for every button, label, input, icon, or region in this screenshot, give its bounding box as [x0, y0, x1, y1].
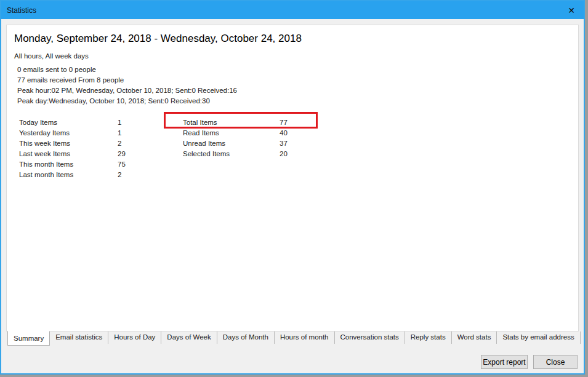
stat-value: 2 [118, 140, 121, 147]
date-range-heading: Monday, September 24, 2018 - Wednesday, … [14, 33, 302, 45]
tab-reply-stats[interactable]: Reply stats [405, 331, 452, 344]
stat-value: 37 [280, 140, 288, 147]
close-icon[interactable]: ✕ [559, 1, 584, 19]
bottom-tab-strip: Summary Email statistics Hours of Day Da… [7, 331, 581, 347]
stat-label: Total Items [183, 119, 217, 126]
peak-day-line: Peak day:Wednesday, October 10, 2018; Se… [17, 96, 237, 106]
screenshot-edge-right [585, 0, 588, 377]
stat-label: This week Items [19, 140, 70, 147]
stat-label: Read Items [183, 129, 219, 137]
tab-days-of-month[interactable]: Days of Month [217, 331, 275, 344]
screenshot-edge-bottom [0, 375, 588, 377]
export-report-button[interactable]: Export report [481, 355, 528, 369]
tab-conversation-stats[interactable]: Conversation stats [335, 331, 405, 344]
tab-stats-by-email-address[interactable]: Stats by email address [497, 331, 580, 344]
close-button[interactable]: Close [533, 355, 578, 369]
stat-value: 40 [280, 129, 288, 137]
stat-value: 20 [280, 150, 288, 157]
stat-value: 1 [118, 119, 121, 126]
sent-summary-line: 0 emails sent to 0 people [17, 65, 237, 75]
window-title: Statistics [1, 6, 36, 15]
tab-hours-of-month[interactable]: Hours of month [275, 331, 335, 344]
received-summary-line: 77 emails received From 8 people [17, 75, 237, 85]
tab-email-statistics[interactable]: Email statistics [50, 331, 108, 344]
stat-label: This month Items [19, 161, 73, 168]
stat-label: Yesterday Items [19, 129, 70, 137]
stat-value: 75 [118, 161, 126, 168]
email-summary-block: 0 emails sent to 0 people 77 emails rece… [17, 65, 237, 106]
stat-label: Selected Items [183, 150, 230, 157]
tab-summary[interactable]: Summary [7, 331, 50, 346]
stat-label: Today Items [19, 119, 57, 126]
summary-tab-page: Monday, September 24, 2018 - Wednesday, … [6, 25, 579, 331]
tab-hours-of-day[interactable]: Hours of Day [108, 331, 161, 344]
footer-button-row: Export report Close [481, 355, 578, 369]
filter-description: All hours, All week days [14, 52, 89, 60]
stat-label: Unread Items [183, 140, 225, 147]
tab-word-stats[interactable]: Word stats [452, 331, 497, 344]
stat-value: 77 [280, 119, 288, 126]
stat-value: 29 [118, 150, 126, 157]
stat-value: 2 [118, 171, 121, 178]
stat-label: Last week Items [19, 150, 70, 157]
statistics-dialog: Statistics ✕ Monday, September 24, 2018 … [0, 0, 585, 375]
stat-label: Last month Items [19, 171, 73, 178]
stat-value: 1 [118, 129, 121, 137]
peak-hour-line: Peak hour:02 PM, Wednesday, October 10, … [17, 85, 237, 96]
title-bar: Statistics ✕ [1, 1, 584, 19]
tab-days-of-week[interactable]: Days of Week [161, 331, 217, 344]
